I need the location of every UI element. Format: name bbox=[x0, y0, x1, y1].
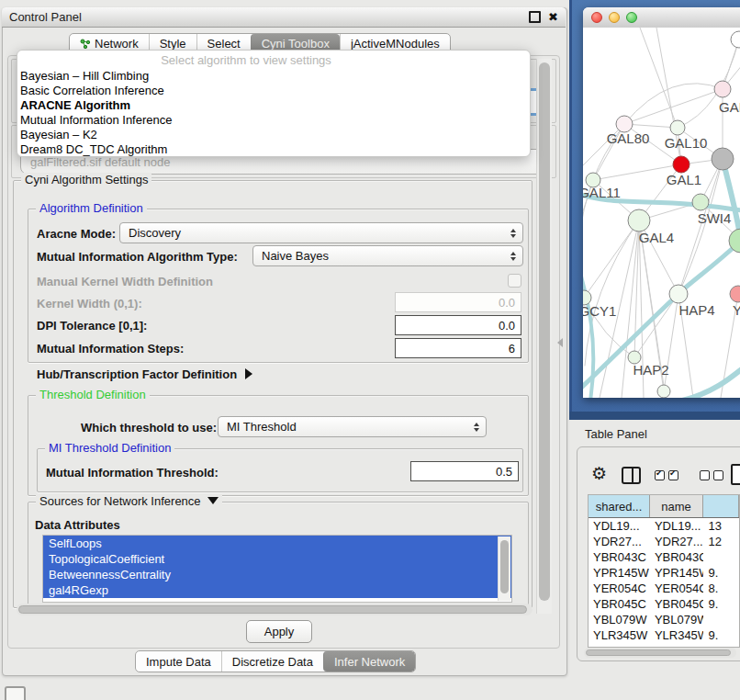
attribute-selfloops[interactable]: SelfLoops bbox=[43, 536, 511, 551]
deselect-checkboxes-icon[interactable] bbox=[700, 470, 723, 480]
function-builder-icon[interactable] bbox=[731, 464, 740, 485]
table-row[interactable]: YLR345WYLR345W9. bbox=[589, 627, 739, 643]
docked-panel-icon[interactable] bbox=[5, 686, 26, 700]
table-row[interactable]: YBR043CYBR043C bbox=[589, 549, 739, 565]
tab-discretize-data[interactable]: Discretize Data bbox=[221, 651, 323, 672]
node-unnamed-top[interactable] bbox=[731, 31, 740, 48]
tab-label: Cyni Toolbox bbox=[262, 37, 330, 51]
bottom-tab-bar: Impute DataDiscretize DataInfer Network bbox=[135, 650, 416, 672]
table-cell: 9. bbox=[703, 627, 739, 643]
sources-title[interactable]: Sources for Network Inference bbox=[36, 494, 222, 508]
mi-algorithm-type-combobox[interactable]: Naive Bayes bbox=[252, 245, 523, 266]
control-panel-titlebar[interactable]: Control Panel ✖ bbox=[2, 7, 566, 28]
dpi-tolerance-value: 0.0 bbox=[499, 319, 515, 333]
node-label-gal11: GAL11 bbox=[583, 185, 621, 200]
node-label-y: Y bbox=[733, 302, 740, 318]
table-horizontal-scrollbar[interactable] bbox=[584, 648, 736, 658]
minimize-traffic-light[interactable] bbox=[609, 12, 620, 23]
kernel-width-label: Kernel Width (0,1): bbox=[37, 297, 142, 310]
algorithm-option-aracne-algorithm[interactable]: ARACNE Algorithm bbox=[17, 98, 530, 113]
column-header-shared[interactable]: shared... bbox=[589, 495, 650, 517]
mi-steps-value: 6 bbox=[509, 342, 515, 356]
table-cell: 9. bbox=[703, 565, 739, 581]
table-row[interactable]: YER054CYER054C8. bbox=[589, 581, 739, 596]
hub-definition-toggle[interactable]: Hub/Transcription Factor Definition bbox=[37, 367, 252, 381]
float-panel-icon[interactable] bbox=[529, 11, 541, 23]
select-all-checkboxes-icon[interactable] bbox=[655, 470, 678, 480]
node-swi4[interactable] bbox=[692, 194, 709, 210]
settings-vertical-scrollbar[interactable] bbox=[536, 59, 552, 614]
desktop-bottom-edge bbox=[569, 412, 740, 420]
table-cell: YER054C bbox=[589, 581, 650, 596]
combo-up-arrow-icon bbox=[474, 423, 479, 426]
node-label-gcy1: GCY1 bbox=[583, 303, 616, 319]
tab-impute-data[interactable]: Impute Data bbox=[136, 651, 221, 672]
algorithm-definition-title: Algorithm Definition bbox=[36, 201, 147, 215]
table-row[interactable]: YDR27...YDR27...12 bbox=[589, 534, 739, 549]
edge bbox=[723, 159, 740, 241]
apply-button[interactable]: Apply bbox=[246, 620, 312, 643]
which-threshold-combobox[interactable]: MI Threshold bbox=[218, 416, 487, 437]
node-label-gal10: GAL10 bbox=[665, 135, 708, 151]
combo-up-arrow-icon bbox=[510, 252, 516, 255]
attributes-list-scrollbar[interactable] bbox=[498, 536, 510, 601]
column-header-hidden[interactable] bbox=[703, 495, 739, 517]
mi-threshold-value: 0.5 bbox=[496, 465, 512, 479]
algorithm-option-dream8-dc-tdc-algorithm[interactable]: Dream8 DC_TDC Algorithm bbox=[17, 142, 530, 157]
table-panel-title: Table Panel bbox=[585, 427, 647, 441]
hub-definition-label: Hub/Transcription Factor Definition bbox=[37, 367, 237, 381]
network-window-titlebar[interactable] bbox=[583, 7, 740, 28]
zoom-traffic-light[interactable] bbox=[626, 12, 637, 23]
sources-title-text: Sources for Network Inference bbox=[39, 494, 201, 508]
algorithm-option-mutual-information-inference[interactable]: Mutual Information Inference bbox=[17, 113, 530, 128]
table-cell: YDR27... bbox=[650, 534, 703, 549]
dpi-tolerance-field[interactable]: 0.0 bbox=[395, 315, 521, 335]
node-hap4[interactable] bbox=[669, 285, 688, 303]
table-cell: YDR27... bbox=[589, 534, 650, 549]
network-canvas[interactable]: GALGAL80GAL10GAL1GAL11SWI4GAL4HAP4YGCY1H… bbox=[583, 28, 740, 398]
node-gal-pink[interactable] bbox=[714, 81, 731, 97]
table-row[interactable]: YBL079WYBL079W bbox=[589, 612, 739, 627]
algorithm-option-bayesian-k2[interactable]: Bayesian – K2 bbox=[17, 128, 530, 142]
algorithm-option-basic-correlation-inference[interactable]: Basic Correlation Inference bbox=[17, 84, 530, 98]
column-header-name[interactable]: name bbox=[650, 495, 703, 517]
node-gal4[interactable] bbox=[628, 209, 650, 231]
mi-threshold-field[interactable]: 0.5 bbox=[410, 461, 519, 481]
manual-kernel-checkbox[interactable] bbox=[508, 274, 521, 288]
table-row[interactable]: YBR045CYBR045C9. bbox=[589, 596, 739, 612]
table-row[interactable]: YDL19...YDL19...13 bbox=[589, 518, 739, 534]
tab-infer-network[interactable]: Infer Network bbox=[323, 651, 415, 672]
cyni-algorithm-settings-title: Cyni Algorithm Settings bbox=[21, 173, 151, 186]
mi-steps-field[interactable]: 6 bbox=[395, 338, 521, 358]
attribute-topologicalcoefficient[interactable]: TopologicalCoefficient bbox=[43, 551, 511, 567]
combo-down-arrow-icon bbox=[510, 234, 516, 238]
node-unnamed-bottom[interactable] bbox=[657, 385, 670, 398]
close-icon[interactable]: ✖ bbox=[548, 12, 558, 23]
table-cell: 9. bbox=[703, 596, 739, 612]
attribute-gal4rgexp[interactable]: gal4RGexp bbox=[43, 582, 511, 598]
aracne-mode-combobox[interactable]: Discovery bbox=[119, 222, 523, 243]
node-gray-node[interactable] bbox=[712, 148, 734, 170]
kernel-width-field[interactable]: 0.0 bbox=[395, 292, 521, 312]
settings-horizontal-scrollbar[interactable] bbox=[17, 604, 533, 615]
node-gal10[interactable] bbox=[670, 120, 685, 135]
attribute-betweennesscentrality[interactable]: BetweennessCentrality bbox=[43, 567, 511, 582]
node-label-swi4: SWI4 bbox=[698, 210, 732, 226]
gear-icon[interactable]: ⚙ bbox=[591, 465, 607, 483]
node-gal1[interactable] bbox=[673, 156, 690, 173]
tab-label: Select bbox=[207, 37, 241, 51]
table-cell: YBL079W bbox=[650, 612, 703, 627]
mi-algorithm-type-value: Naive Bayes bbox=[253, 249, 506, 263]
node-pink-right[interactable] bbox=[730, 286, 740, 302]
table-row[interactable]: YPR145WYPR145W9. bbox=[589, 565, 739, 581]
table-cell bbox=[703, 612, 739, 627]
combo-down-arrow-icon bbox=[510, 257, 516, 261]
data-attributes-list[interactable]: SelfLoopsTopologicalCoefficientBetweenne… bbox=[42, 535, 512, 603]
panel-splitter-arrow[interactable] bbox=[557, 338, 563, 347]
node-label-gal1: GAL1 bbox=[667, 172, 701, 187]
split-columns-icon[interactable] bbox=[622, 467, 641, 484]
algorithm-option-bayesian-hill-climbing[interactable]: Bayesian – Hill Climbing bbox=[17, 69, 530, 84]
network-graph: GALGAL80GAL10GAL1GAL11SWI4GAL4HAP4YGCY1H… bbox=[583, 28, 740, 398]
close-traffic-light[interactable] bbox=[591, 12, 602, 23]
algorithm-dropdown-popup: Select algorithm to view settings Bayesi… bbox=[17, 50, 531, 157]
